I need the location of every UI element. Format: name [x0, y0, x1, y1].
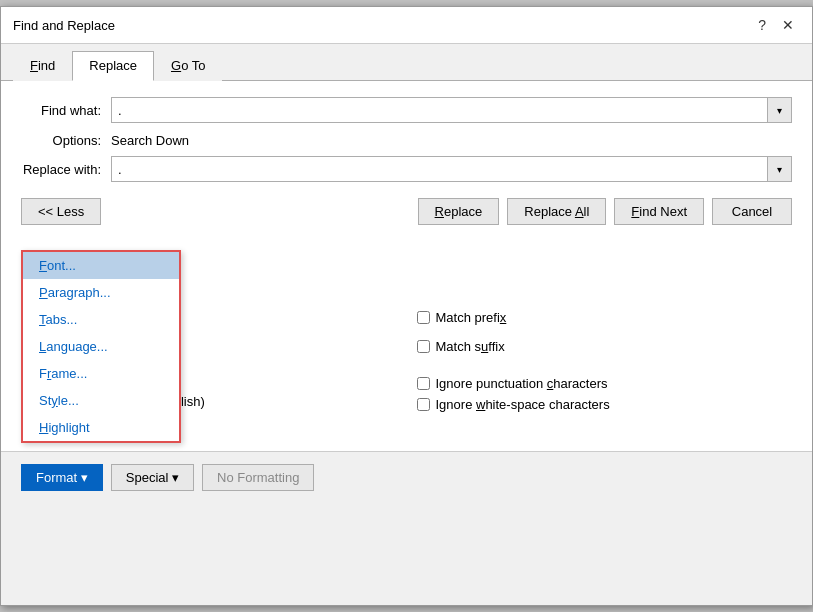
- menu-item-frame-label: Frame...: [39, 366, 87, 381]
- tab-replace-label: Replace: [89, 58, 137, 73]
- replace-all-button[interactable]: Replace All: [507, 198, 606, 225]
- special-button[interactable]: Special ▾: [111, 464, 194, 491]
- find-what-dropdown-btn[interactable]: ▾: [768, 97, 792, 123]
- no-format-button[interactable]: No Formatting: [202, 464, 314, 491]
- tab-goto-label: Go To: [171, 58, 205, 73]
- cancel-button[interactable]: Cancel: [712, 198, 792, 225]
- title-bar-left: Find and Replace: [13, 18, 115, 33]
- buttons-row: << Less Replace Replace All Find Next Ca…: [21, 198, 792, 225]
- match-suffix-row: Match suffix: [417, 339, 793, 354]
- replace-label: Replace: [435, 204, 483, 219]
- find-next-label: Find Next: [631, 204, 687, 219]
- format-button[interactable]: Format ▾: [21, 464, 103, 491]
- replace-button[interactable]: Replace: [418, 198, 500, 225]
- menu-item-paragraph-label: Paragraph...: [39, 285, 111, 300]
- tab-find[interactable]: Find: [13, 51, 72, 81]
- menu-item-font[interactable]: Font...: [23, 252, 179, 279]
- menu-item-frame[interactable]: Frame...: [23, 360, 179, 387]
- cancel-label: Cancel: [732, 204, 772, 219]
- help-button[interactable]: ?: [752, 15, 772, 35]
- tab-find-label: Find: [30, 58, 55, 73]
- ignore-ws-label[interactable]: Ignore white-space characters: [436, 397, 610, 412]
- options-row: Options: Search Down: [21, 133, 792, 148]
- ignore-punct-checkbox[interactable]: [417, 377, 430, 390]
- tab-goto[interactable]: Go To: [154, 51, 222, 81]
- menu-item-highlight-label: Highlight: [39, 420, 90, 435]
- less-label: << Less: [38, 204, 84, 219]
- bottom-area: Font... Paragraph... Tabs... Language...…: [1, 451, 812, 503]
- match-suffix-checkbox[interactable]: [417, 340, 430, 353]
- options-label: Options:: [21, 133, 111, 148]
- menu-item-language[interactable]: Language...: [23, 333, 179, 360]
- dialog-title: Find and Replace: [13, 18, 115, 33]
- special-label: Special ▾: [126, 470, 179, 485]
- menu-item-tabs[interactable]: Tabs...: [23, 306, 179, 333]
- replace-with-input-wrap: ▾: [111, 156, 792, 182]
- replace-with-dropdown-btn[interactable]: ▾: [768, 156, 792, 182]
- ignore-punct-label[interactable]: Ignore punctuation characters: [436, 376, 608, 391]
- menu-item-language-label: Language...: [39, 339, 108, 354]
- ignore-ws-row: Ignore white-space characters: [417, 397, 793, 412]
- title-bar-controls: ? ✕: [752, 15, 800, 35]
- menu-item-tabs-label: Tabs...: [39, 312, 77, 327]
- match-suffix-label[interactable]: Match suffix: [436, 339, 505, 354]
- match-prefix-label[interactable]: Match prefix: [436, 310, 507, 325]
- find-what-input[interactable]: [111, 97, 768, 123]
- bottom-row: Format ▾ Special ▾ No Formatting: [1, 451, 812, 503]
- close-button[interactable]: ✕: [776, 15, 800, 35]
- find-what-row: Find what: ▾: [21, 97, 792, 123]
- ignore-punct-row: Ignore punctuation characters: [417, 376, 793, 391]
- tab-replace[interactable]: Replace: [72, 51, 154, 81]
- no-format-label: No Formatting: [217, 470, 299, 485]
- options-value: Search Down: [111, 133, 189, 148]
- replace-all-label: Replace All: [524, 204, 589, 219]
- menu-item-style[interactable]: Style...: [23, 387, 179, 414]
- find-what-input-wrap: ▾: [111, 97, 792, 123]
- options-col-right: Match prefix Match suffix Ignore punctua…: [417, 310, 793, 418]
- menu-item-highlight[interactable]: Highlight: [23, 414, 179, 441]
- format-dropdown-menu: Font... Paragraph... Tabs... Language...…: [21, 250, 181, 443]
- replace-with-row: Replace with: ▾: [21, 156, 792, 182]
- less-button[interactable]: << Less: [21, 198, 101, 225]
- match-prefix-checkbox[interactable]: [417, 311, 430, 324]
- find-what-label: Find what:: [21, 103, 111, 118]
- replace-with-label: Replace with:: [21, 162, 111, 177]
- tabs-bar: Find Replace Go To: [1, 44, 812, 81]
- main-content: Find what: ▾ Options: Search Down Replac…: [1, 81, 812, 253]
- replace-with-input[interactable]: [111, 156, 768, 182]
- find-next-button[interactable]: Find Next: [614, 198, 704, 225]
- menu-item-style-label: Style...: [39, 393, 79, 408]
- match-prefix-row: Match prefix: [417, 310, 793, 325]
- ignore-ws-checkbox[interactable]: [417, 398, 430, 411]
- menu-item-paragraph[interactable]: Paragraph...: [23, 279, 179, 306]
- find-replace-dialog: Find and Replace ? ✕ Find Replace Go To …: [0, 6, 813, 606]
- format-label: Format ▾: [36, 470, 88, 485]
- menu-item-font-label: Font...: [39, 258, 76, 273]
- title-bar: Find and Replace ? ✕: [1, 7, 812, 44]
